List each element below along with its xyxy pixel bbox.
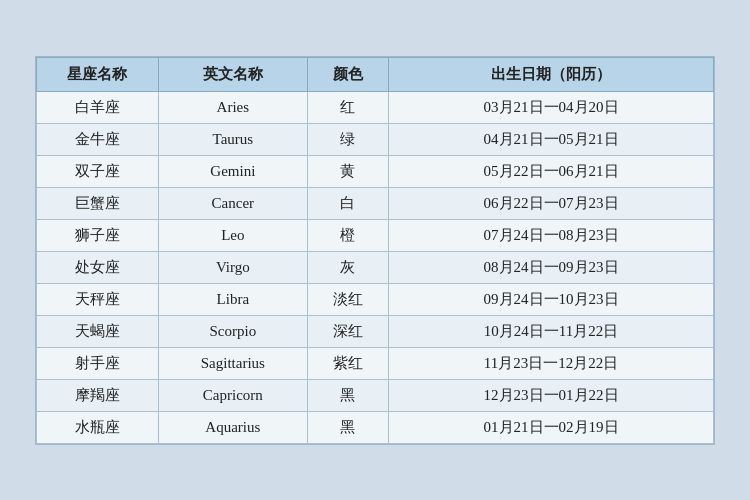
cell-chinese: 天蝎座 bbox=[37, 315, 159, 347]
table-row: 狮子座Leo橙07月24日一08月23日 bbox=[37, 219, 714, 251]
cell-color: 灰 bbox=[307, 251, 388, 283]
cell-chinese: 白羊座 bbox=[37, 91, 159, 123]
cell-date: 01月21日一02月19日 bbox=[389, 411, 714, 443]
header-date: 出生日期（阳历） bbox=[389, 57, 714, 91]
cell-english: Gemini bbox=[158, 155, 307, 187]
cell-color: 白 bbox=[307, 187, 388, 219]
cell-date: 07月24日一08月23日 bbox=[389, 219, 714, 251]
cell-english: Aquarius bbox=[158, 411, 307, 443]
cell-chinese: 金牛座 bbox=[37, 123, 159, 155]
cell-date: 09月24日一10月23日 bbox=[389, 283, 714, 315]
table-row: 水瓶座Aquarius黑01月21日一02月19日 bbox=[37, 411, 714, 443]
cell-chinese: 摩羯座 bbox=[37, 379, 159, 411]
table-row: 巨蟹座Cancer白06月22日一07月23日 bbox=[37, 187, 714, 219]
cell-chinese: 巨蟹座 bbox=[37, 187, 159, 219]
table-row: 处女座Virgo灰08月24日一09月23日 bbox=[37, 251, 714, 283]
cell-color: 黑 bbox=[307, 411, 388, 443]
cell-english: Taurus bbox=[158, 123, 307, 155]
zodiac-table-container: 星座名称 英文名称 颜色 出生日期（阳历） 白羊座Aries红03月21日一04… bbox=[35, 56, 715, 445]
cell-color: 淡红 bbox=[307, 283, 388, 315]
cell-chinese: 狮子座 bbox=[37, 219, 159, 251]
cell-color: 紫红 bbox=[307, 347, 388, 379]
cell-english: Scorpio bbox=[158, 315, 307, 347]
cell-color: 绿 bbox=[307, 123, 388, 155]
cell-color: 黄 bbox=[307, 155, 388, 187]
cell-chinese: 天秤座 bbox=[37, 283, 159, 315]
header-english: 英文名称 bbox=[158, 57, 307, 91]
cell-english: Sagittarius bbox=[158, 347, 307, 379]
cell-english: Capricorn bbox=[158, 379, 307, 411]
cell-color: 橙 bbox=[307, 219, 388, 251]
cell-english: Virgo bbox=[158, 251, 307, 283]
cell-date: 03月21日一04月20日 bbox=[389, 91, 714, 123]
cell-english: Cancer bbox=[158, 187, 307, 219]
cell-chinese: 水瓶座 bbox=[37, 411, 159, 443]
cell-date: 05月22日一06月21日 bbox=[389, 155, 714, 187]
table-row: 天秤座Libra淡红09月24日一10月23日 bbox=[37, 283, 714, 315]
cell-english: Aries bbox=[158, 91, 307, 123]
cell-chinese: 射手座 bbox=[37, 347, 159, 379]
cell-date: 11月23日一12月22日 bbox=[389, 347, 714, 379]
header-chinese: 星座名称 bbox=[37, 57, 159, 91]
table-row: 双子座Gemini黄05月22日一06月21日 bbox=[37, 155, 714, 187]
table-row: 射手座Sagittarius紫红11月23日一12月22日 bbox=[37, 347, 714, 379]
cell-chinese: 处女座 bbox=[37, 251, 159, 283]
cell-color: 深红 bbox=[307, 315, 388, 347]
cell-chinese: 双子座 bbox=[37, 155, 159, 187]
cell-color: 红 bbox=[307, 91, 388, 123]
zodiac-table: 星座名称 英文名称 颜色 出生日期（阳历） 白羊座Aries红03月21日一04… bbox=[36, 57, 714, 444]
cell-color: 黑 bbox=[307, 379, 388, 411]
table-header-row: 星座名称 英文名称 颜色 出生日期（阳历） bbox=[37, 57, 714, 91]
cell-date: 04月21日一05月21日 bbox=[389, 123, 714, 155]
cell-english: Libra bbox=[158, 283, 307, 315]
table-row: 天蝎座Scorpio深红10月24日一11月22日 bbox=[37, 315, 714, 347]
table-row: 金牛座Taurus绿04月21日一05月21日 bbox=[37, 123, 714, 155]
header-color: 颜色 bbox=[307, 57, 388, 91]
cell-date: 10月24日一11月22日 bbox=[389, 315, 714, 347]
cell-date: 08月24日一09月23日 bbox=[389, 251, 714, 283]
cell-english: Leo bbox=[158, 219, 307, 251]
table-row: 白羊座Aries红03月21日一04月20日 bbox=[37, 91, 714, 123]
cell-date: 06月22日一07月23日 bbox=[389, 187, 714, 219]
table-row: 摩羯座Capricorn黑12月23日一01月22日 bbox=[37, 379, 714, 411]
cell-date: 12月23日一01月22日 bbox=[389, 379, 714, 411]
table-body: 白羊座Aries红03月21日一04月20日金牛座Taurus绿04月21日一0… bbox=[37, 91, 714, 443]
